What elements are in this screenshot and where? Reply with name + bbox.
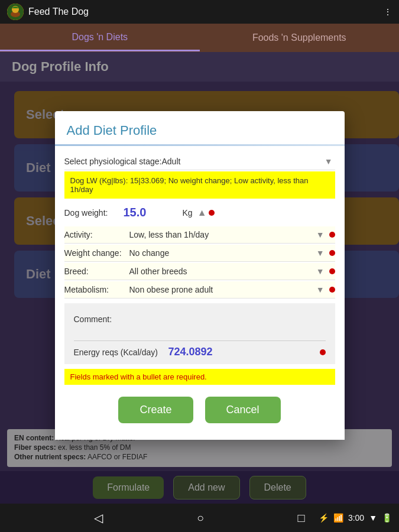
physio-stage-value: Adult (162, 157, 322, 166)
weight-label: Dog weight: (64, 208, 124, 218)
energy-value: 724.0892 (168, 346, 317, 358)
metabolism-value: Non obese prone adult (129, 285, 314, 294)
weight-unit: Kg (183, 208, 193, 218)
nav-bar: ◁ ○ □ ⚡ 📶 3:00 ▼ 🔋 (0, 504, 399, 532)
status-bar-left: Feed The Dog (7, 4, 89, 20)
add-diet-dialog: Add Diet Profile Select physiological st… (55, 111, 345, 440)
back-button[interactable]: ◁ (94, 511, 103, 525)
usb-icon: ⚡ (319, 513, 329, 523)
weight-change-label: Weight change: (64, 248, 129, 258)
breed-label: Breed: (64, 267, 129, 276)
energy-row: Energy reqs (Kcal/day) 724.0892 (74, 346, 326, 358)
physio-stage-row[interactable]: Select physiological stage: Adult ▼ (64, 153, 335, 170)
dialog-buttons: Create Cancel (64, 392, 335, 433)
activity-required-dot (329, 232, 335, 238)
dialog-header: Add Diet Profile (55, 111, 345, 146)
physio-stage-label: Select physiological stage: (64, 157, 162, 166)
activity-dropdown-arrow: ▼ (316, 230, 325, 239)
app-icon (7, 4, 24, 20)
tab-foods-supplements[interactable]: Foods 'n Supplements (200, 25, 400, 50)
weight-change-dropdown-arrow: ▼ (316, 248, 325, 258)
home-button[interactable]: ○ (197, 511, 204, 525)
activity-label: Activity: (64, 230, 129, 239)
weight-change-value: No change (129, 248, 314, 258)
breed-required-dot (329, 268, 335, 274)
wifi-icon: ▼ (369, 513, 377, 523)
dialog-body: Select physiological stage: Adult ▼ Dog … (55, 146, 345, 440)
background-content: Dog Profile Info Select Diet P Selec Die… (0, 52, 399, 532)
system-status: ⚡ 📶 3:00 ▼ 🔋 (319, 513, 392, 523)
required-fields-notice: Fields marked with a bullet are required… (64, 369, 335, 385)
physio-dropdown-arrow: ▼ (325, 157, 333, 166)
weight-change-row[interactable]: Weight change: No change ▼ (64, 245, 335, 262)
activity-value: Low, less than 1h/day (129, 230, 314, 239)
comment-section: Comment: Energy reqs (Kcal/day) 724.0892 (64, 303, 335, 364)
recent-button[interactable]: □ (298, 511, 305, 525)
time-display: 3:00 (348, 513, 364, 523)
battery-icon: 🔋 (382, 513, 392, 523)
breed-row[interactable]: Breed: All other breeds ▼ (64, 263, 335, 280)
cancel-button[interactable]: Cancel (205, 397, 281, 423)
overflow-menu-icon[interactable]: ⋮ (384, 7, 392, 17)
app-title: Feed The Dog (28, 7, 89, 17)
energy-label: Energy reqs (Kcal/day) (74, 348, 168, 357)
breed-value: All other breeds (129, 267, 314, 276)
signal-icon: 📶 (333, 513, 343, 523)
dog-lw-info-box: Dog LW (Kg|lbs): 15|33.069; No weight ch… (64, 171, 335, 199)
weight-required-dot (209, 210, 215, 216)
activity-row[interactable]: Activity: Low, less than 1h/day ▼ (64, 226, 335, 244)
breed-dropdown-arrow: ▼ (316, 267, 325, 276)
modal-overlay: Add Diet Profile Select physiological st… (0, 52, 399, 532)
comment-label: Comment: (74, 314, 112, 324)
metabolism-dropdown-arrow: ▼ (316, 285, 325, 294)
weight-mic-icon: ▲ (197, 207, 207, 218)
metabolism-label: Metabolism: (64, 285, 129, 294)
comment-input[interactable] (74, 325, 326, 341)
status-bar: Feed The Dog ⋮ (0, 0, 399, 24)
dog-weight-row: Dog weight: Kg ▲ (64, 203, 335, 222)
weight-change-required-dot (329, 250, 335, 256)
dialog-title: Add Diet Profile (67, 123, 333, 138)
top-tabs: Dogs 'n Diets Foods 'n Supplements (0, 24, 399, 52)
tab-dogs-diets[interactable]: Dogs 'n Diets (0, 25, 200, 51)
energy-required-dot (320, 349, 326, 355)
create-button[interactable]: Create (118, 397, 193, 423)
metabolism-row[interactable]: Metabolism: Non obese prone adult ▼ (64, 281, 335, 299)
metabolism-required-dot (329, 287, 335, 293)
weight-input[interactable] (124, 206, 183, 219)
